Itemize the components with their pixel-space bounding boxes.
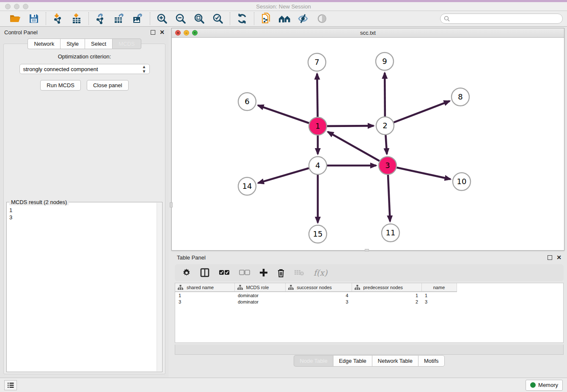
edge-1-7[interactable] — [317, 74, 317, 117]
tab-edge-table[interactable]: Edge Table — [333, 355, 372, 367]
zoom-out-icon[interactable] — [173, 12, 188, 25]
open-file-icon[interactable] — [8, 12, 22, 25]
criterion-dropdown[interactable]: strongly connected component ▲▼ — [19, 64, 150, 74]
tab-network[interactable]: Network — [28, 39, 60, 49]
edge-1-6[interactable] — [258, 105, 309, 123]
float-table-panel-icon[interactable] — [548, 255, 552, 260]
table-panel-title: Table Panel — [177, 254, 206, 261]
run-mcds-button[interactable]: Run MCDS — [40, 80, 81, 91]
optimization-criterion-label: Optimization criterion: — [4, 53, 165, 60]
tab-select[interactable]: Select — [85, 39, 112, 49]
table-options-icon[interactable] — [182, 267, 191, 278]
mcds-panel: Optimization criterion: strongly connect… — [3, 44, 165, 374]
table-panel: Table Panel ✕ — [171, 252, 567, 377]
node-label-6: 6 — [245, 97, 249, 106]
table-toolbar: f(x) — [175, 264, 564, 281]
edge-2-8[interactable] — [394, 101, 450, 123]
cell-shared-name[interactable]: 3 — [175, 298, 234, 305]
mcds-result-scrollbar[interactable] — [157, 203, 162, 371]
tab-mcds[interactable]: MCDS — [112, 39, 141, 49]
search-field[interactable] — [440, 14, 563, 24]
edge-2-3[interactable] — [385, 135, 387, 154]
cell-MCDS-role[interactable]: dominator — [234, 292, 285, 298]
network-minimize-icon[interactable]: − — [184, 30, 189, 36]
mcds-result-list[interactable]: 13 — [9, 207, 156, 371]
network-window-title: scc.txt — [172, 30, 564, 36]
show-all-icon[interactable] — [315, 12, 329, 25]
cell-MCDS-role[interactable]: dominator — [234, 298, 285, 305]
node-label-9: 9 — [382, 57, 387, 66]
node-table[interactable]: shared nameMCDS rolesuccessor nodesprede… — [175, 283, 564, 343]
column-header-predecessor-nodes[interactable]: predecessor nodes — [352, 283, 421, 292]
memory-button[interactable]: Memory — [526, 380, 563, 391]
cell-name[interactable]: 1 — [421, 292, 457, 298]
edge-1-2[interactable] — [327, 126, 374, 126]
node-label-8: 8 — [458, 92, 462, 101]
column-header-shared-name[interactable]: shared name — [175, 283, 234, 292]
edge-2-9[interactable] — [385, 73, 385, 116]
search-input[interactable] — [452, 16, 559, 22]
column-header-successor-nodes[interactable]: successor nodes — [285, 283, 352, 292]
network-close-icon[interactable]: ✕ — [175, 30, 181, 36]
network-canvas[interactable]: 7968124314101511 — [172, 38, 564, 250]
select-all-icon[interactable] — [219, 267, 230, 278]
vertical-splitter-handle[interactable] — [170, 202, 173, 207]
zoom-fit-icon[interactable] — [192, 12, 206, 25]
mcds-result-item: 1 — [9, 207, 156, 214]
float-panel-icon[interactable] — [151, 30, 155, 35]
function-builder-icon[interactable]: f(x) — [314, 267, 328, 278]
close-table-panel-icon[interactable]: ✕ — [556, 254, 561, 260]
import-network-icon[interactable] — [51, 12, 65, 25]
save-session-icon[interactable] — [27, 12, 41, 25]
tab-motifs[interactable]: Motifs — [418, 355, 445, 367]
table-row[interactable]: 3dominator323 — [175, 298, 463, 305]
delete-column-icon[interactable] — [277, 267, 285, 278]
import-table-icon[interactable] — [69, 12, 84, 25]
export-image-icon[interactable] — [131, 12, 145, 25]
cell-successor-nodes[interactable]: 3 — [285, 298, 352, 305]
edge-4-14[interactable] — [258, 168, 309, 183]
network-maximize-icon[interactable]: + — [192, 30, 198, 36]
cell-shared-name[interactable]: 1 — [175, 292, 234, 298]
node-label-11: 11 — [386, 228, 396, 237]
edge-3-10[interactable] — [396, 168, 450, 179]
network-window-titlebar[interactable]: ✕ − + scc.txt — [172, 28, 564, 38]
network-graph[interactable]: 7968124314101511 — [172, 38, 564, 251]
control-panel: Control Panel ✕ NetworkStyleSelectMCDS O… — [0, 27, 169, 378]
close-panel-button[interactable]: Close panel — [87, 80, 129, 91]
first-neighbors-icon[interactable] — [278, 12, 292, 25]
search-icon — [444, 16, 450, 22]
cell-name[interactable]: 3 — [421, 298, 457, 305]
toolbar-separator — [150, 12, 150, 25]
table-row[interactable]: 1dominator411 — [175, 292, 463, 298]
hide-selected-icon[interactable] — [296, 12, 311, 25]
mcds-result-group: MCDS result (2 nodes) 13 — [6, 202, 162, 372]
delete-table-icon[interactable] — [294, 267, 304, 278]
horizontal-splitter-handle[interactable] — [365, 249, 369, 251]
edge-3-1[interactable] — [328, 132, 380, 161]
column-header-MCDS-role[interactable]: MCDS role — [234, 283, 285, 292]
cell-predecessor-nodes[interactable]: 1 — [352, 292, 421, 298]
export-network-icon[interactable] — [94, 12, 108, 25]
add-column-icon[interactable] — [259, 267, 268, 278]
memory-status-icon — [530, 382, 536, 388]
control-panel-title: Control Panel — [4, 29, 38, 36]
deselect-all-icon[interactable] — [239, 267, 250, 278]
tab-style[interactable]: Style — [60, 39, 85, 49]
tab-node-table[interactable]: Node Table — [294, 355, 333, 367]
task-history-button[interactable] — [4, 380, 17, 390]
control-panel-tabs: NetworkStyleSelectMCDS — [0, 39, 169, 49]
export-table-icon[interactable] — [112, 12, 127, 25]
show-column-icon[interactable] — [200, 267, 209, 278]
cell-predecessor-nodes[interactable]: 2 — [352, 298, 421, 305]
cell-successor-nodes[interactable]: 4 — [285, 292, 352, 298]
close-panel-icon[interactable]: ✕ — [160, 29, 165, 35]
edge-3-11[interactable] — [388, 175, 390, 221]
zoom-in-icon[interactable] — [155, 12, 169, 25]
zoom-selected-icon[interactable] — [211, 12, 225, 25]
tab-network-table[interactable]: Network Table — [372, 355, 418, 367]
apply-layout-icon[interactable] — [235, 12, 249, 25]
new-network-from-selection-icon[interactable] — [259, 12, 273, 25]
mcds-result-item: 3 — [9, 214, 156, 221]
column-header-name[interactable]: name — [421, 283, 457, 292]
